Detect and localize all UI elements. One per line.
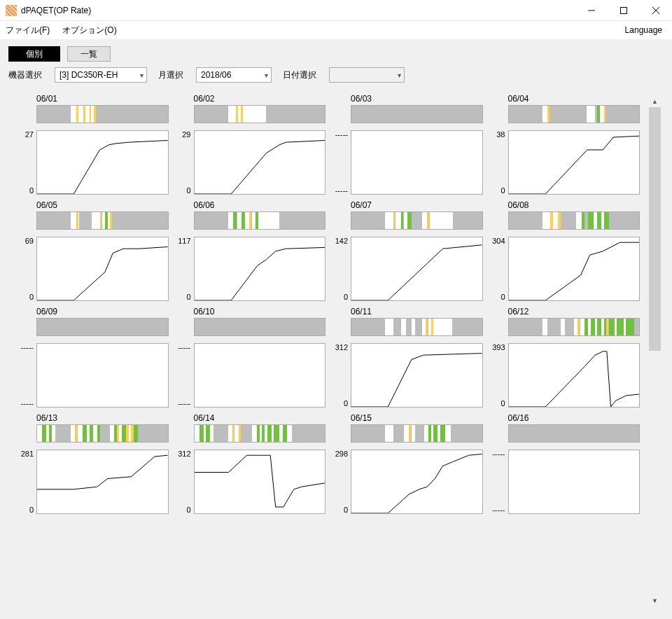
vertical-scrollbar[interactable]: ▲ ▼ bbox=[649, 95, 661, 606]
day-cell[interactable]: 06/123930 bbox=[487, 307, 640, 408]
day-cell[interactable]: 06/04380 bbox=[487, 94, 640, 195]
chart-row: 2980 bbox=[330, 450, 483, 514]
day-cell[interactable]: 06/061170 bbox=[173, 200, 326, 301]
chart-row: 1420 bbox=[330, 237, 483, 301]
date-label: 06/13 bbox=[36, 413, 169, 423]
y-max: 312 bbox=[335, 343, 348, 352]
y-axis-labels: 290 bbox=[173, 130, 194, 195]
day-cell[interactable]: 06/09---------- bbox=[15, 307, 169, 408]
month-value: 2018/06 bbox=[201, 70, 245, 80]
machine-combo[interactable]: [3] DC350R-EH ▾ bbox=[55, 67, 147, 83]
mini-chart bbox=[194, 130, 326, 195]
y-min: 0 bbox=[186, 506, 190, 514]
y-min: ----- bbox=[335, 186, 348, 195]
month-label: 月選択 bbox=[158, 69, 183, 81]
scroll-track[interactable] bbox=[649, 107, 661, 594]
activity-bar bbox=[351, 211, 483, 230]
app-icon bbox=[6, 5, 17, 16]
chart-row: 690 bbox=[15, 237, 169, 301]
mini-chart bbox=[36, 237, 169, 301]
minimize-button[interactable] bbox=[575, 0, 608, 21]
y-axis-labels: 690 bbox=[15, 237, 36, 301]
day-cell[interactable]: 06/143120 bbox=[173, 413, 326, 514]
day-cell[interactable]: 06/152980 bbox=[330, 413, 483, 514]
day-cell[interactable]: 06/113120 bbox=[330, 307, 483, 408]
scroll-up-button[interactable]: ▲ bbox=[649, 95, 661, 107]
day-cell[interactable]: 06/071420 bbox=[330, 200, 483, 301]
day-cell[interactable]: 06/02290 bbox=[173, 94, 326, 195]
y-min: 0 bbox=[29, 293, 34, 301]
day-cell[interactable]: 06/16---------- bbox=[487, 413, 640, 514]
y-max: 38 bbox=[496, 130, 505, 139]
activity-bar bbox=[36, 424, 169, 443]
close-button[interactable] bbox=[640, 0, 672, 21]
machine-label: 機器選択 bbox=[8, 69, 42, 81]
y-axis-labels: 3040 bbox=[487, 237, 508, 301]
chevron-down-icon: ▾ bbox=[140, 71, 144, 79]
date-label: 06/05 bbox=[36, 200, 169, 210]
mini-chart bbox=[194, 450, 326, 514]
day-cell[interactable]: 06/05690 bbox=[15, 200, 169, 301]
menu-options[interactable]: オプション(O) bbox=[62, 25, 116, 36]
activity-bar bbox=[36, 105, 169, 123]
date-label: 06/03 bbox=[351, 94, 483, 104]
mini-chart bbox=[194, 237, 326, 301]
chart-row: 290 bbox=[173, 130, 326, 195]
y-axis-labels: 1420 bbox=[330, 237, 351, 301]
day-cell[interactable]: 06/132810 bbox=[15, 413, 169, 514]
chart-row: ---------- bbox=[15, 343, 169, 408]
activity-bar bbox=[36, 211, 169, 230]
mini-chart bbox=[194, 343, 326, 408]
y-min: 0 bbox=[29, 186, 34, 195]
maximize-button[interactable] bbox=[608, 0, 640, 21]
y-min: ----- bbox=[492, 506, 505, 514]
y-axis-labels: ---------- bbox=[15, 343, 36, 408]
date-combo[interactable]: ▾ bbox=[329, 67, 405, 83]
y-axis-labels: 3930 bbox=[487, 343, 508, 408]
activity-bar bbox=[194, 318, 326, 336]
y-max: ----- bbox=[335, 130, 348, 139]
mini-chart bbox=[351, 130, 483, 195]
menu-language[interactable]: Language bbox=[625, 25, 662, 35]
calendar-grid: 06/0127006/0229006/03----------06/043800… bbox=[8, 91, 664, 518]
activity-bar bbox=[36, 318, 169, 336]
day-cell[interactable]: 06/083040 bbox=[487, 200, 640, 301]
day-cell[interactable]: 06/03---------- bbox=[330, 94, 483, 195]
list-button[interactable]: 一覧 bbox=[67, 46, 111, 62]
y-max: 304 bbox=[492, 237, 505, 245]
y-axis-labels: 2810 bbox=[15, 450, 36, 514]
menu-file[interactable]: ファイル(F) bbox=[6, 25, 50, 36]
month-combo[interactable]: 2018/06 ▾ bbox=[196, 67, 272, 83]
y-min: 0 bbox=[344, 506, 348, 514]
activity-bar bbox=[508, 424, 640, 443]
activity-bar bbox=[351, 318, 483, 336]
view-toggle-row: 個別 一覧 bbox=[8, 46, 664, 62]
mini-chart bbox=[36, 450, 169, 514]
mini-chart bbox=[508, 237, 640, 301]
y-min: 0 bbox=[344, 399, 348, 408]
y-max: 27 bbox=[25, 130, 34, 139]
window-controls bbox=[575, 0, 672, 21]
individual-button[interactable]: 個別 bbox=[8, 46, 60, 62]
date-label: 日付選択 bbox=[283, 69, 316, 81]
y-axis-labels: 1170 bbox=[173, 237, 194, 301]
scroll-thumb[interactable] bbox=[649, 107, 661, 351]
svg-rect-1 bbox=[621, 7, 627, 13]
window-title: dPAQET(OP Rate) bbox=[21, 6, 91, 15]
y-min: 0 bbox=[344, 293, 348, 301]
chart-row: 2810 bbox=[15, 450, 169, 514]
scroll-down-button[interactable]: ▼ bbox=[649, 594, 661, 606]
y-axis-labels: 3120 bbox=[330, 343, 351, 408]
chart-row: 3930 bbox=[487, 343, 640, 408]
day-cell[interactable]: 06/10---------- bbox=[173, 307, 326, 408]
y-axis-labels: ---------- bbox=[487, 450, 508, 514]
day-cell[interactable]: 06/01270 bbox=[15, 94, 169, 195]
y-axis-labels: 3120 bbox=[173, 450, 194, 514]
y-max: 393 bbox=[492, 343, 505, 352]
y-max: 117 bbox=[178, 237, 190, 245]
y-axis-labels: 380 bbox=[487, 130, 508, 195]
mini-chart bbox=[36, 343, 169, 408]
date-label: 06/12 bbox=[508, 307, 640, 317]
date-label: 06/08 bbox=[508, 200, 640, 210]
y-max: 69 bbox=[25, 237, 34, 245]
